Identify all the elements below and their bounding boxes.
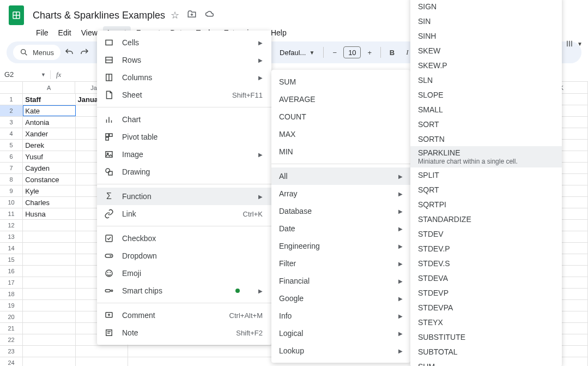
name-box[interactable]: G2 ▼ xyxy=(0,70,50,79)
fn-cat-date[interactable]: Date▶ xyxy=(271,220,410,237)
fn-cat-lookup[interactable]: Lookup▶ xyxy=(271,342,410,359)
cell[interactable]: Kate xyxy=(23,105,75,116)
fn-cat-database[interactable]: Database▶ xyxy=(271,202,410,220)
fn-item-stdev[interactable]: STDEV xyxy=(410,226,562,241)
menu-item-note[interactable]: NoteShift+F2 xyxy=(97,324,271,341)
row-header[interactable]: 19 xyxy=(0,300,23,311)
select-all-corner[interactable] xyxy=(0,82,23,93)
fn-item-stdev-s[interactable]: STDEV.S xyxy=(410,256,562,271)
menu-item-function[interactable]: ΣFunction▶ xyxy=(97,188,271,205)
star-icon[interactable]: ☆ xyxy=(171,9,179,21)
fn-item-skew-p[interactable]: SKEW.P xyxy=(410,58,562,73)
row-header[interactable]: 2 xyxy=(0,105,23,116)
bold-button[interactable]: B xyxy=(385,46,398,59)
cell[interactable] xyxy=(23,311,75,322)
row-header[interactable]: 7 xyxy=(0,163,23,173)
fn-item-stdeva[interactable]: STDEVA xyxy=(410,271,562,285)
menu-item-rows[interactable]: Rows▶ xyxy=(97,51,271,69)
fn-item-small[interactable]: SMALL xyxy=(410,102,562,117)
menu-item-drawing[interactable]: Drawing xyxy=(97,163,271,181)
row-header[interactable]: 1 xyxy=(0,94,23,105)
menu-item-pivot-table[interactable]: Pivot table xyxy=(97,128,271,146)
cell[interactable]: Derek xyxy=(23,140,75,151)
fn-item-sum[interactable]: SUM xyxy=(410,359,562,366)
cell[interactable] xyxy=(23,277,75,288)
cell[interactable]: Husna xyxy=(23,208,75,219)
row-header[interactable]: 6 xyxy=(0,151,23,162)
fn-item-slope[interactable]: SLOPE xyxy=(410,87,562,102)
row-header[interactable]: 3 xyxy=(0,117,23,128)
menu-item-emoji[interactable]: Emoji xyxy=(97,265,271,282)
fn-item-subtotal[interactable]: SUBTOTAL xyxy=(410,344,562,359)
fn-item-stdev-p[interactable]: STDEV.P xyxy=(410,241,562,256)
row-header[interactable]: 8 xyxy=(0,174,23,185)
filter-view-icon[interactable] xyxy=(563,37,576,50)
move-icon[interactable] xyxy=(187,9,197,21)
fn-cat-google[interactable]: Google▶ xyxy=(271,290,410,307)
row-header[interactable]: 10 xyxy=(0,197,23,208)
cell[interactable] xyxy=(23,300,75,311)
menu-item-checkbox[interactable]: Checkbox xyxy=(97,230,271,247)
cell[interactable] xyxy=(23,231,75,242)
cell[interactable] xyxy=(23,323,75,334)
row-header[interactable]: 20 xyxy=(0,311,23,322)
row-header[interactable]: 21 xyxy=(0,323,23,334)
fn-item-sqrtpi[interactable]: SQRTPI xyxy=(410,197,562,212)
fn-item-sign[interactable]: SIGN xyxy=(410,0,562,14)
row-header[interactable]: 14 xyxy=(0,243,23,254)
fn-item-sqrt[interactable]: SQRT xyxy=(410,182,562,197)
cell[interactable] xyxy=(23,334,75,345)
cell[interactable] xyxy=(23,289,75,299)
row-header[interactable]: 4 xyxy=(0,128,23,139)
cell[interactable]: Antonia xyxy=(23,117,75,128)
menu-item-chart[interactable]: Chart xyxy=(97,111,271,128)
redo-button[interactable] xyxy=(78,46,91,59)
fn-sum[interactable]: SUM xyxy=(271,73,410,91)
menu-item-comment[interactable]: CommentCtrl+Alt+M xyxy=(97,307,271,324)
increase-font-button[interactable]: + xyxy=(363,46,376,59)
fn-item-stdevpa[interactable]: STDEVPA xyxy=(410,300,562,315)
menu-item-image[interactable]: Image▶ xyxy=(97,146,271,163)
row-header[interactable]: 23 xyxy=(0,346,23,357)
fn-item-sort[interactable]: SORT xyxy=(410,117,562,131)
cell[interactable]: Charles xyxy=(23,197,75,208)
cell[interactable] xyxy=(23,357,75,366)
fn-cat-info[interactable]: Info▶ xyxy=(271,307,410,325)
cell[interactable] xyxy=(23,266,75,277)
fn-item-sln[interactable]: SLN xyxy=(410,73,562,87)
cell[interactable] xyxy=(76,357,128,366)
cell[interactable] xyxy=(23,220,75,231)
column-header[interactable]: A xyxy=(23,82,75,93)
fn-item-stdevp[interactable]: STDEVP xyxy=(410,285,562,300)
row-header[interactable]: 12 xyxy=(0,220,23,231)
chevron-down-icon[interactable]: ▼ xyxy=(577,41,583,47)
fn-item-split[interactable]: SPLIT xyxy=(410,167,562,182)
fn-item-substitute[interactable]: SUBSTITUTE xyxy=(410,329,562,344)
fn-item-skew[interactable]: SKEW xyxy=(410,43,562,58)
fn-cat-array[interactable]: Array▶ xyxy=(271,185,410,202)
cell[interactable] xyxy=(23,346,75,357)
fn-cat-all[interactable]: All▶ xyxy=(271,167,410,185)
fn-item-standardize[interactable]: STANDARDIZE xyxy=(410,212,562,226)
menu-item-link[interactable]: LinkCtrl+K xyxy=(97,205,271,223)
row-header[interactable]: 24 xyxy=(0,357,23,366)
menu-file[interactable]: File xyxy=(32,26,53,38)
document-title[interactable]: Charts & Sparklines Examples xyxy=(33,10,165,21)
row-header[interactable]: 22 xyxy=(0,334,23,345)
fn-max[interactable]: MAX xyxy=(271,125,410,143)
fn-cat-financial[interactable]: Financial▶ xyxy=(271,272,410,290)
fn-count[interactable]: COUNT xyxy=(271,108,410,125)
cell[interactable]: Staff xyxy=(23,94,75,105)
row-header[interactable]: 17 xyxy=(0,277,23,288)
row-header[interactable]: 18 xyxy=(0,289,23,299)
menu-item-sheet[interactable]: SheetShift+F11 xyxy=(97,86,271,104)
menu-item-smart-chips[interactable]: Smart chips▶ xyxy=(97,282,271,299)
sheets-logo[interactable] xyxy=(9,5,24,25)
undo-button[interactable] xyxy=(63,46,76,59)
cell[interactable] xyxy=(23,254,75,265)
fn-cat-filter[interactable]: Filter▶ xyxy=(271,255,410,272)
cell[interactable] xyxy=(23,243,75,254)
cloud-icon[interactable] xyxy=(204,9,215,21)
row-header[interactable]: 15 xyxy=(0,254,23,265)
font-picker[interactable]: Defaul... ▼ xyxy=(275,49,319,57)
